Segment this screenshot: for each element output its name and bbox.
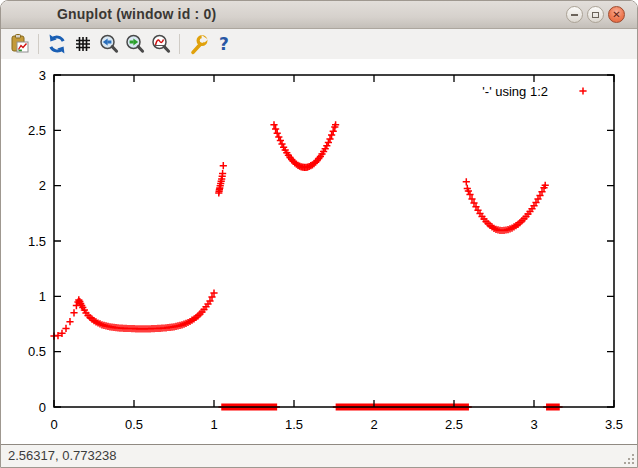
autoscale-button[interactable] [148, 31, 174, 57]
magnifier-back-icon [98, 33, 120, 55]
svg-text:1: 1 [210, 417, 217, 432]
magnifier-forward-icon [124, 33, 146, 55]
svg-text:2.5: 2.5 [445, 417, 463, 432]
question-mark-icon: ? [213, 33, 235, 55]
settings-button[interactable] [185, 31, 211, 57]
wrench-icon [187, 33, 209, 55]
svg-text:0: 0 [50, 417, 57, 432]
titlebar[interactable]: Gnuplot (window id : 0) ✕ [1, 1, 637, 29]
svg-text:0.5: 0.5 [125, 417, 143, 432]
magnifier-plot-icon [150, 33, 172, 55]
window-title: Gnuplot (window id : 0) [57, 6, 216, 22]
statusbar: 2.56317, 0.773238 [1, 444, 637, 467]
svg-text:0: 0 [39, 400, 46, 415]
svg-text:1.5: 1.5 [28, 234, 46, 249]
maximize-button[interactable] [587, 6, 604, 23]
svg-text:2.5: 2.5 [28, 123, 46, 138]
coordinate-readout: 2.56317, 0.773238 [8, 448, 116, 463]
plot-svg: 00.511.522.533.500.511.522.53'-' using 1… [1, 59, 637, 444]
copy-to-clipboard-button[interactable] [7, 31, 33, 57]
plot-canvas[interactable]: 00.511.522.533.500.511.522.53'-' using 1… [1, 59, 637, 444]
help-button[interactable]: ? [211, 31, 237, 57]
resize-grip[interactable] [621, 451, 635, 465]
svg-text:'-' using 1:2: '-' using 1:2 [482, 84, 548, 99]
zoom-next-button[interactable] [122, 31, 148, 57]
svg-text:1.5: 1.5 [285, 417, 303, 432]
svg-text:1: 1 [39, 289, 46, 304]
svg-text:2: 2 [39, 178, 46, 193]
close-button[interactable]: ✕ [608, 6, 625, 23]
svg-text:3: 3 [530, 417, 537, 432]
svg-text:3.5: 3.5 [605, 417, 623, 432]
refresh-icon [46, 33, 68, 55]
replot-button[interactable] [44, 31, 70, 57]
maximize-icon [592, 12, 599, 18]
window-controls: ✕ [566, 6, 625, 23]
svg-text:2: 2 [370, 417, 377, 432]
minimize-icon [571, 14, 578, 16]
grid-icon [72, 33, 94, 55]
toolbar-separator [179, 34, 180, 54]
toolbar: ? [1, 29, 637, 59]
grid-button[interactable] [70, 31, 96, 57]
toolbar-separator [38, 34, 39, 54]
close-icon: ✕ [612, 10, 620, 20]
svg-text:0.5: 0.5 [28, 344, 46, 359]
svg-text:3: 3 [39, 68, 46, 83]
clipboard-chart-icon [9, 33, 31, 55]
minimize-button[interactable] [566, 6, 583, 23]
svg-text:?: ? [219, 34, 229, 54]
zoom-previous-button[interactable] [96, 31, 122, 57]
gnuplot-window: Gnuplot (window id : 0) ✕ [0, 0, 638, 468]
